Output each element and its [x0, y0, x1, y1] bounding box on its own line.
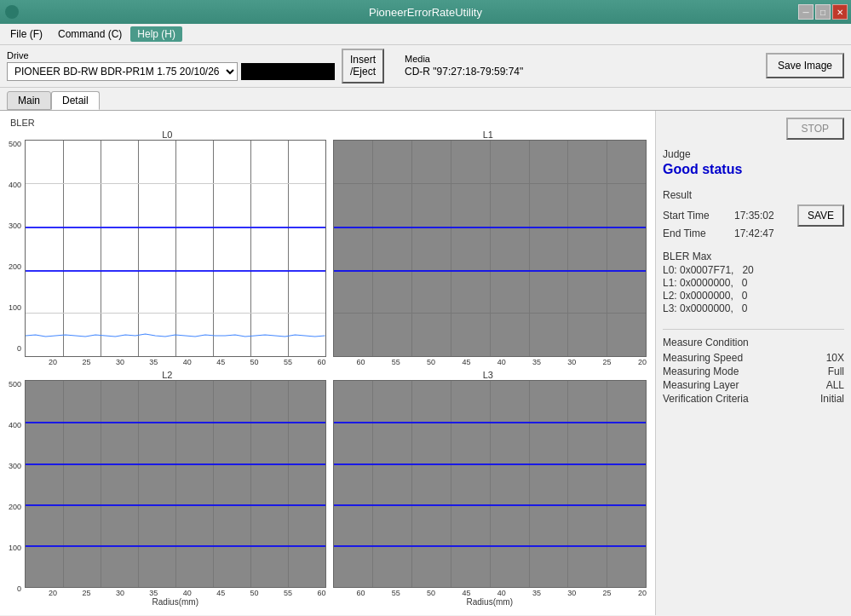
title-icon: [5, 5, 19, 19]
drive-row: Drive PIONEER BD-RW BDR-PR1M 1.75 20/10/…: [0, 45, 851, 88]
tab-detail[interactable]: Detail: [51, 91, 100, 110]
title-bar: PioneerErrorRateUtility ─ □ ✕: [0, 0, 851, 24]
chart-l3: L3: [328, 368, 649, 608]
measure-layer-key: Measuring Layer: [663, 379, 739, 391]
chart-l1: L1: [328, 128, 649, 368]
main-content: BLER L0 5004003002001000: [0, 110, 851, 615]
chart-l2-yaxis: 5004003002001000: [9, 380, 25, 607]
media-label: Media: [405, 54, 523, 64]
save-button[interactable]: SAVE: [797, 204, 844, 227]
chart-l1-title: L1: [330, 130, 647, 140]
chart-l2-xlabel: Radius(mm): [25, 597, 325, 607]
insert-eject-button[interactable]: Insert /Eject: [342, 49, 384, 83]
charts-grid: L0 5004003002001000: [7, 128, 648, 608]
measure-layer-row: Measuring Layer ALL: [663, 379, 844, 391]
chart-l2-wrapper: 5004003002001000: [9, 380, 326, 607]
chart-l0-yaxis: 5004003002001000: [9, 140, 25, 366]
bler-max-section: BLER Max L0: 0x0007F71, 20 L1: 0x0000000…: [663, 250, 844, 315]
close-button[interactable]: ✕: [832, 4, 848, 20]
result-start-time-val: 17:35:02: [734, 210, 794, 222]
chart-l0-xaxis: 202530354045505560: [25, 357, 325, 366]
chart-l3-wrapper: 605550454035302520 Radius(mm): [330, 380, 647, 607]
chart-l3-xaxis: 605550454035302520: [333, 588, 647, 597]
drive-label: Drive: [7, 50, 335, 60]
measure-speed-val: 10X: [826, 352, 844, 364]
chart-l1-xaxis: 605550454035302520: [333, 357, 647, 366]
tabs-row: Main Detail: [0, 88, 851, 110]
maximize-button[interactable]: □: [815, 4, 831, 20]
drive-select-row: PIONEER BD-RW BDR-PR1M 1.75 20/10/26: [7, 62, 335, 81]
result-label: Result: [663, 189, 844, 201]
measure-criteria-key: Verification Criteria: [663, 393, 749, 405]
menu-help[interactable]: Help (H): [130, 26, 182, 42]
media-section: Media CD-R "97:27:18-79:59:74": [405, 54, 523, 78]
drive-extra: [241, 63, 335, 80]
drive-select[interactable]: PIONEER BD-RW BDR-PR1M 1.75 20/10/26: [7, 62, 238, 81]
stop-button[interactable]: STOP: [786, 118, 844, 140]
result-start-time-row: Start Time 17:35:02 SAVE: [663, 204, 844, 227]
chart-l0: L0 5004003002001000: [7, 128, 328, 368]
measure-criteria-row: Verification Criteria Initial: [663, 393, 844, 405]
measure-condition-label: Measure Condition: [663, 337, 844, 348]
tab-main[interactable]: Main: [7, 91, 51, 110]
chart-l1-wrapper: 605550454035302520: [330, 140, 647, 366]
measure-mode-val: Full: [828, 366, 844, 377]
bler-max-l1: L1: 0x0000000, 0: [663, 277, 844, 289]
result-section: Result Start Time 17:35:02 SAVE End Time…: [663, 189, 844, 240]
result-start-time-key: Start Time: [663, 210, 731, 222]
window-controls: ─ □ ✕: [798, 4, 848, 20]
measure-mode-row: Measuring Mode Full: [663, 366, 844, 377]
bler-label: BLER: [7, 118, 648, 128]
judge-section: Judge Good status: [663, 148, 844, 177]
measure-speed-row: Measuring Speed 10X: [663, 352, 844, 364]
result-end-time-row: End Time 17:42:47: [663, 227, 844, 239]
menu-bar: File (F) Command (C) Help (H): [0, 24, 851, 45]
drive-section: Drive PIONEER BD-RW BDR-PR1M 1.75 20/10/…: [7, 50, 335, 81]
sidebar: STOP Judge Good status Result Start Time…: [655, 111, 851, 615]
chart-l3-plot: [333, 380, 647, 588]
chart-l1-plot: [333, 140, 647, 357]
bler-max-l2: L2: 0x0000000, 0: [663, 290, 844, 302]
chart-l0-wrapper: 5004003002001000: [9, 140, 326, 366]
chart-l3-title: L3: [330, 370, 647, 380]
chart-l0-plot: [25, 140, 325, 357]
chart-l2-xaxis: 202530354045505560: [25, 588, 325, 597]
media-value: CD-R "97:27:18-79:59:74": [405, 66, 523, 78]
result-end-time-key: End Time: [663, 227, 731, 239]
measure-speed-key: Measuring Speed: [663, 352, 743, 364]
menu-command[interactable]: Command (C): [51, 26, 129, 42]
bler-max-l0: L0: 0x0007F71, 20: [663, 264, 844, 276]
save-image-button[interactable]: Save Image: [766, 53, 844, 78]
charts-area: BLER L0 5004003002001000: [0, 111, 655, 615]
chart-l2-title: L2: [9, 370, 326, 380]
judge-status: Good status: [663, 162, 844, 177]
chart-l3-xlabel: Radius(mm): [333, 597, 647, 607]
measure-section: Measure Condition Measuring Speed 10X Me…: [663, 329, 844, 406]
menu-file[interactable]: File (F): [3, 26, 49, 42]
measure-layer-val: ALL: [826, 379, 844, 391]
result-end-time-val: 17:42:47: [734, 227, 844, 239]
chart-l2-plot: [25, 380, 325, 588]
chart-l2: L2 5004003002001000: [7, 368, 328, 608]
measure-criteria-val: Initial: [820, 393, 844, 405]
minimize-button[interactable]: ─: [798, 4, 814, 20]
app-title: PioneerErrorRateUtility: [369, 6, 482, 19]
measure-mode-key: Measuring Mode: [663, 366, 739, 377]
judge-label: Judge: [663, 148, 844, 160]
bler-max-label: BLER Max: [663, 250, 844, 262]
bler-max-l3: L3: 0x0000000, 0: [663, 302, 844, 314]
chart-l0-title: L0: [9, 130, 326, 140]
